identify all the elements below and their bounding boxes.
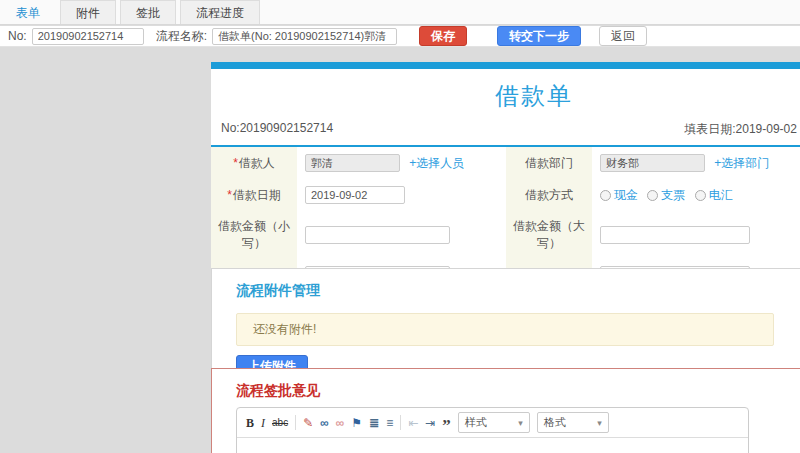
select-person-link[interactable]: +选择人员 bbox=[409, 156, 464, 170]
editor-toolbar: B I abc ✎ ∞ ∞ ⚑ ≣ ≡ ⇤ ⇥ ” 样式 ▾ 格式 ▾ bbox=[237, 408, 748, 438]
borrower-input[interactable] bbox=[305, 154, 400, 172]
link-icon[interactable]: ∞ bbox=[320, 416, 329, 430]
forward-next-step-button[interactable]: 转交下一步 bbox=[497, 26, 581, 46]
tab-approval[interactable]: 签批 bbox=[120, 0, 176, 24]
attachments-heading: 流程附件管理 bbox=[236, 282, 800, 300]
amount-upper-input[interactable] bbox=[600, 226, 750, 244]
borrower-label-cell: *借款人 bbox=[211, 147, 297, 179]
borrow-date-input[interactable] bbox=[305, 186, 405, 204]
radio-wire-transfer[interactable]: 电汇 bbox=[695, 188, 733, 202]
tab-form[interactable]: 表单 bbox=[0, 0, 56, 24]
tab-bar: 表单 附件 签批 流程进度 bbox=[0, 0, 800, 25]
remove-format-icon[interactable]: ✎ bbox=[303, 416, 313, 430]
approval-panel: 流程签批意见 B I abc ✎ ∞ ∞ ⚑ ≣ ≡ ⇤ ⇥ ” 样式 ▾ 格式… bbox=[211, 368, 800, 453]
approval-heading: 流程签批意见 bbox=[236, 382, 800, 400]
ordered-list-icon[interactable]: ≣ bbox=[369, 416, 379, 430]
anchor-flag-icon[interactable]: ⚑ bbox=[351, 416, 362, 430]
department-input[interactable] bbox=[600, 154, 705, 172]
outdent-icon[interactable]: ⇤ bbox=[408, 416, 418, 430]
styles-dropdown-label: 样式 bbox=[465, 415, 487, 430]
format-dropdown-label: 格式 bbox=[544, 415, 566, 430]
unlink-icon[interactable]: ∞ bbox=[336, 416, 345, 430]
no-input[interactable] bbox=[32, 28, 144, 45]
radio-cheque[interactable]: 支票 bbox=[647, 188, 688, 202]
italic-icon[interactable]: I bbox=[261, 416, 265, 430]
amount-lower-input[interactable] bbox=[305, 226, 450, 244]
form-title: 借款单 bbox=[211, 80, 800, 112]
indent-icon[interactable]: ⇥ bbox=[425, 416, 435, 430]
method-label-cell: 借款方式 bbox=[506, 179, 592, 211]
form-meta-row: No:20190902152714 填表日期:2019-09-02 15:27:… bbox=[211, 121, 800, 145]
table-row: 借款金额（小写） 借款金额（大写） bbox=[211, 211, 800, 259]
editor-content-area[interactable] bbox=[237, 438, 748, 453]
amount-upper-label-cell: 借款金额（大写） bbox=[506, 211, 592, 259]
toolbar: No: 流程名称: 保存 转交下一步 返回 bbox=[0, 26, 800, 47]
toolbar-separator bbox=[400, 415, 401, 430]
radio-cash[interactable]: 现金 bbox=[600, 188, 641, 202]
save-button[interactable]: 保存 bbox=[419, 26, 467, 46]
amount-lower-label-cell: 借款金额（小写） bbox=[211, 211, 297, 259]
radio-icon[interactable] bbox=[695, 190, 706, 201]
doc-number: No:20190902152714 bbox=[221, 121, 333, 138]
select-department-link[interactable]: +选择部门 bbox=[714, 156, 769, 170]
format-dropdown[interactable]: 格式 ▾ bbox=[537, 412, 609, 433]
radio-icon[interactable] bbox=[600, 190, 611, 201]
no-attachments-alert: 还没有附件! bbox=[236, 313, 774, 346]
process-name-input[interactable] bbox=[212, 28, 397, 45]
borrow-date-label-cell: *借款日期 bbox=[211, 179, 297, 211]
tab-process-progress[interactable]: 流程进度 bbox=[180, 0, 260, 24]
loan-form-panel: 借款单 No:20190902152714 填表日期:2019-09-02 15… bbox=[211, 62, 800, 294]
strikethrough-icon[interactable]: abc bbox=[272, 416, 288, 430]
tab-attachments[interactable]: 附件 bbox=[60, 0, 116, 24]
radio-icon[interactable] bbox=[647, 190, 658, 201]
back-button[interactable]: 返回 bbox=[599, 26, 647, 46]
department-label-cell: 借款部门 bbox=[506, 147, 592, 179]
chevron-down-icon: ▾ bbox=[518, 418, 523, 428]
required-mark: * bbox=[227, 188, 232, 202]
table-row: *借款日期 借款方式 现金 支票 电汇 bbox=[211, 179, 800, 211]
styles-dropdown[interactable]: 样式 ▾ bbox=[458, 412, 530, 433]
rich-text-editor: B I abc ✎ ∞ ∞ ⚑ ≣ ≡ ⇤ ⇥ ” 样式 ▾ 格式 ▾ bbox=[236, 407, 749, 453]
bold-icon[interactable]: B bbox=[246, 416, 254, 430]
process-name-label: 流程名称: bbox=[156, 28, 207, 45]
table-row: *借款人 +选择人员 借款部门 +选择部门 bbox=[211, 147, 800, 179]
toolbar-separator bbox=[295, 415, 296, 430]
fill-date: 填表日期:2019-09-02 15:27:14 bbox=[684, 121, 800, 138]
blockquote-icon[interactable]: ” bbox=[442, 422, 451, 430]
unordered-list-icon[interactable]: ≡ bbox=[386, 416, 393, 430]
no-label: No: bbox=[8, 29, 27, 43]
panel-top-bar bbox=[211, 62, 800, 69]
required-mark: * bbox=[233, 156, 238, 170]
chevron-down-icon: ▾ bbox=[597, 418, 602, 428]
